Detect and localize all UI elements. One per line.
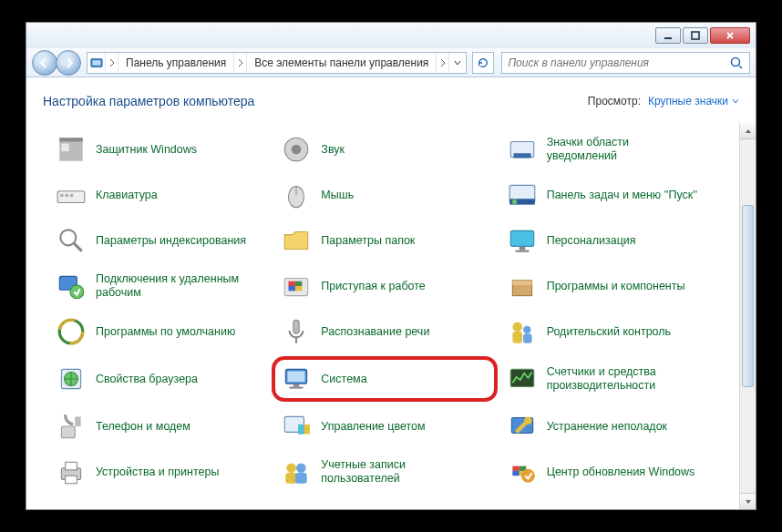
cp-item-perf[interactable]: Счетчики и средства производительности — [505, 356, 723, 402]
cp-item-defender[interactable]: Защитник Windows — [54, 128, 272, 170]
svg-rect-48 — [290, 387, 304, 389]
mouse-icon — [281, 179, 312, 210]
breadcrumb-seg-all-items[interactable]: Все элементы панели управления — [247, 53, 437, 73]
cp-item-label: Значки области уведомлений — [547, 136, 702, 163]
breadcrumb-dropdown[interactable] — [449, 53, 466, 73]
view-value[interactable]: Крупные значки — [648, 95, 739, 107]
scroll-down-button[interactable] — [740, 493, 756, 509]
cp-item-update[interactable]: Центр обновления Windows — [505, 451, 723, 493]
control-panel-icon[interactable] — [87, 53, 106, 73]
back-button[interactable] — [32, 50, 57, 76]
cp-item-indexing[interactable]: Параметры индексирования — [54, 220, 272, 261]
cp-item-label: Звук — [321, 143, 345, 157]
cp-item-label: Родительский контроль — [547, 325, 671, 339]
cp-item-devices[interactable]: Устройства и принтеры — [54, 451, 272, 493]
scroll-up-button[interactable] — [740, 123, 756, 139]
keyboard-icon — [56, 179, 87, 210]
cp-item-label: Телефон и модем — [96, 420, 190, 434]
svg-rect-0 — [664, 37, 672, 39]
perf-icon — [507, 363, 538, 394]
search-icon[interactable] — [729, 56, 744, 70]
cp-item-programs[interactable]: Программы и компоненты — [505, 265, 723, 307]
view-selector: Просмотр: Крупные значки — [588, 95, 739, 107]
computer-icon — [281, 363, 312, 394]
scrollbar[interactable] — [739, 123, 756, 509]
cp-item-folder-opts[interactable]: Параметры папок — [279, 220, 497, 261]
cp-item-defaults[interactable]: Программы по умолчанию — [54, 311, 272, 353]
svg-rect-54 — [298, 425, 304, 435]
control-panel-window: Панель управления Все элементы панели уп… — [26, 22, 756, 510]
svg-rect-1 — [692, 32, 699, 39]
cp-item-label: Клавиатура — [96, 189, 158, 202]
search-box[interactable] — [501, 52, 750, 74]
view-value-text: Крупные значки — [648, 95, 728, 107]
svg-rect-33 — [512, 281, 531, 285]
cp-item-personalize[interactable]: Персонализация — [505, 220, 723, 261]
cp-item-label: Устранение неполадок — [547, 420, 667, 434]
taskbar-icon — [507, 179, 538, 210]
view-label: Просмотр: — [588, 95, 641, 107]
cp-item-label: Центр обновления Windows — [547, 466, 695, 479]
cp-item-sound[interactable]: Звук — [279, 128, 497, 170]
phone-icon — [56, 411, 87, 442]
close-button[interactable] — [710, 27, 750, 44]
forward-button[interactable] — [56, 50, 81, 76]
cp-item-system[interactable]: Система — [272, 356, 497, 402]
cp-item-label: Свойства браузера — [96, 373, 198, 386]
cp-item-remote[interactable]: Подключения к удаленным рабочим — [54, 265, 272, 307]
maximize-button[interactable] — [683, 27, 708, 44]
svg-rect-15 — [70, 194, 73, 197]
cp-item-users[interactable]: Учетные записи пользователей — [279, 451, 497, 493]
svg-point-40 — [523, 326, 531, 334]
cp-item-inet-opts[interactable]: Свойства браузера — [54, 356, 272, 402]
svg-rect-59 — [66, 476, 77, 484]
breadcrumb-chevron-root[interactable] — [106, 53, 118, 73]
svg-point-4 — [732, 57, 740, 66]
breadcrumb-chevron-1[interactable] — [234, 53, 247, 73]
refresh-button[interactable] — [472, 52, 494, 74]
svg-rect-41 — [512, 332, 522, 343]
cp-item-taskbar[interactable]: Панель задач и меню ''Пуск'' — [505, 174, 723, 216]
defaults-icon — [56, 316, 87, 347]
svg-rect-22 — [510, 230, 534, 246]
navbar: Панель управления Все элементы панели уп… — [26, 48, 756, 77]
cp-item-color[interactable]: Управление цветом — [279, 405, 497, 447]
svg-rect-66 — [512, 471, 519, 476]
svg-rect-31 — [295, 286, 302, 291]
cp-item-keyboard[interactable]: Клавиатура — [54, 174, 272, 216]
cp-item-label: Панель задач и меню ''Пуск'' — [547, 189, 697, 202]
shield-icon — [56, 134, 87, 165]
svg-rect-46 — [288, 372, 305, 383]
cp-item-label: Учетные записи пользователей — [321, 458, 476, 486]
breadcrumb-chevron-2[interactable] — [437, 53, 449, 73]
scroll-thumb[interactable] — [742, 205, 754, 387]
svg-rect-3 — [92, 60, 100, 65]
cp-item-parental[interactable]: Родительский контроль — [505, 311, 723, 353]
svg-rect-64 — [512, 466, 519, 471]
items-grid: Защитник WindowsЗвукЗначки области уведо… — [26, 123, 739, 498]
svg-point-68 — [521, 469, 535, 483]
svg-rect-63 — [295, 473, 307, 484]
flag-icon — [281, 271, 312, 302]
cp-item-label: Приступая к работе — [321, 280, 425, 293]
svg-point-20 — [512, 200, 517, 204]
cp-item-tray[interactable]: Значки области уведомлений — [505, 128, 723, 170]
speaker-icon — [281, 134, 312, 165]
cp-item-phone[interactable]: Телефон и модем — [54, 405, 272, 447]
cp-item-getting-started[interactable]: Приступая к работе — [279, 265, 497, 307]
breadcrumb-seg-control-panel[interactable]: Панель управления — [118, 53, 234, 73]
monitor-icon — [507, 225, 538, 256]
cp-item-label: Персонализация — [547, 234, 636, 248]
cp-item-mouse[interactable]: Мышь — [279, 174, 497, 216]
svg-rect-50 — [61, 426, 75, 438]
minimize-button[interactable] — [655, 27, 681, 44]
svg-rect-13 — [60, 194, 63, 197]
cp-item-troubleshoot[interactable]: Устранение неполадок — [505, 405, 723, 447]
search-icon — [56, 225, 87, 256]
svg-point-61 — [296, 463, 306, 473]
svg-rect-30 — [289, 286, 295, 291]
cp-item-label: Управление цветом — [321, 420, 425, 434]
cp-item-speech[interactable]: Распознавание речи — [279, 311, 497, 353]
search-input[interactable] — [508, 56, 729, 69]
page-title: Настройка параметров компьютера — [43, 94, 254, 108]
